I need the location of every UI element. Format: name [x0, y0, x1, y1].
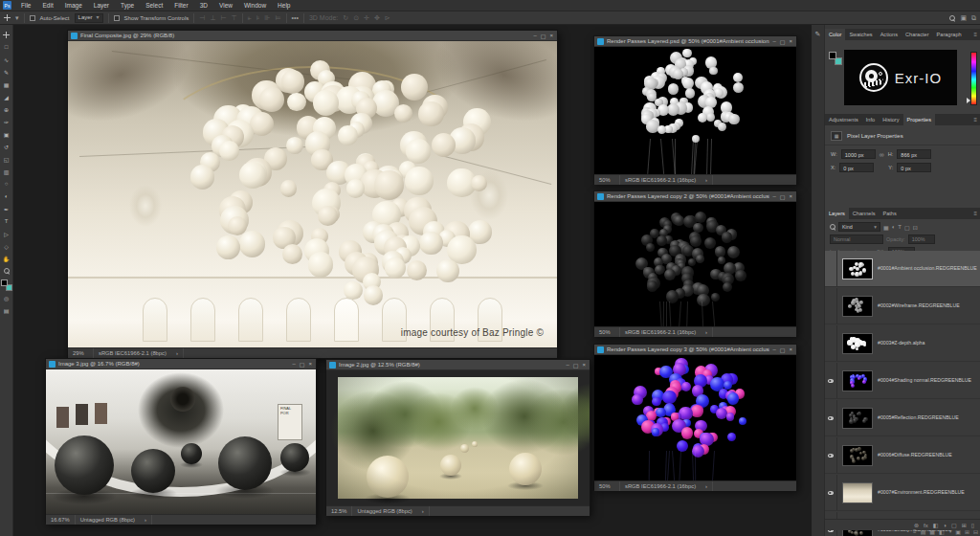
final-composite-titlebar[interactable]: Final Composite.jpg @ 29% (RGB/8) – ▢ × [68, 31, 557, 41]
shape-tool[interactable]: ◇ [1, 240, 12, 252]
delete-layer-icon[interactable]: ▯ [971, 522, 974, 528]
marquee-tool[interactable]: □ [1, 41, 12, 53]
layer-row[interactable]: #0007#Environment.REDGREENBLUE [825, 475, 980, 511]
pen-tool[interactable]: ✒ [1, 203, 12, 214]
layer-visibility-toggle[interactable] [825, 363, 837, 398]
close-button[interactable]: × [308, 361, 312, 368]
x-field[interactable]: 0 px [839, 163, 874, 172]
tab-character[interactable]: Character [902, 29, 933, 40]
tab-adjustments[interactable]: Adjustments [825, 114, 862, 125]
3d-pan-icon[interactable]: ✛ [364, 13, 369, 23]
auto-select-checkbox[interactable] [30, 15, 35, 21]
zoom-level-field[interactable]: 50% [594, 483, 619, 489]
footer-icon[interactable]: ◑ [948, 528, 952, 535]
menu-filter[interactable]: Filter [169, 0, 192, 11]
panel-menu-icon[interactable]: ≡ [973, 208, 980, 219]
minimize-button[interactable]: – [772, 38, 775, 45]
new-adjustment-icon[interactable]: ◑ [943, 523, 947, 528]
layer-thumbnail[interactable] [842, 408, 873, 429]
document-profile-box[interactable]: Untagged RGB (8bpc) › [351, 506, 429, 516]
gradient-tool[interactable]: ▥ [1, 166, 12, 177]
3d-orbit-icon[interactable]: ↻ [343, 13, 348, 23]
render-passes-2-canvas[interactable] [594, 202, 796, 326]
filter-pixel-icon[interactable]: ▦ [883, 224, 889, 231]
layer-thumbnail[interactable] [842, 482, 873, 503]
tab-layers[interactable]: Layers [825, 208, 849, 219]
minimize-button[interactable]: – [292, 361, 295, 368]
align-to-selection-icon[interactable]: ⊨ [275, 13, 280, 23]
eyedropper-panel-icon[interactable]: ✎ [815, 31, 821, 536]
panel-menu-icon[interactable]: ≡ [973, 114, 980, 125]
layer-visibility-toggle[interactable] [825, 251, 837, 286]
layer-filter-dropdown[interactable]: Kind ▾ [838, 222, 880, 232]
add-mask-icon[interactable]: ◧ [933, 522, 939, 528]
close-button[interactable]: × [582, 362, 586, 368]
brush-tool[interactable]: ✑ [1, 116, 12, 127]
new-layer-icon[interactable]: ⊞ [962, 522, 967, 528]
document-profile-box[interactable]: sRGB IEC61966-2.1 (16bpc) › [619, 327, 713, 337]
layer-thumbnail[interactable] [842, 296, 873, 317]
document-profile-box[interactable]: sRGB IEC61966-2.1 (16bpc) › [619, 175, 713, 185]
close-button[interactable]: × [789, 193, 792, 200]
tab-paths[interactable]: Paths [879, 208, 900, 219]
y-field[interactable]: 0 px [897, 163, 931, 172]
render-passes-3-canvas[interactable] [594, 355, 796, 480]
menu-help[interactable]: Help [273, 0, 295, 11]
hand-tool[interactable]: ✋ [1, 253, 12, 264]
tool-preset-chevron-icon[interactable]: ▾ [15, 13, 19, 23]
document-profile-box[interactable]: Untagged RGB (8bpc) › [75, 515, 152, 525]
opacity-field[interactable]: 100% [908, 234, 935, 244]
layer-row[interactable]: #0001#Ambient occlusion.REDGREENBLUE [825, 251, 980, 287]
layer-row[interactable]: #0006#Diffuse.REDGREENBLUE [825, 437, 980, 474]
layer-row[interactable]: #0004#Shading normal.REDGREENBLUE [825, 363, 980, 399]
render-passes-1-titlebar[interactable]: Render Passes Layered.psd @ 50% (#0001#A… [594, 36, 796, 47]
maximize-button[interactable]: ▢ [780, 38, 786, 45]
width-field[interactable]: 1000 px [841, 149, 876, 159]
foreground-color-swatch[interactable] [1, 279, 8, 286]
maximize-button[interactable]: ▢ [573, 362, 579, 368]
distribute-h-icon[interactable]: ⊧ [256, 13, 260, 23]
minimize-button[interactable]: – [533, 33, 536, 39]
healing-brush-tool[interactable]: ⊕ [1, 103, 12, 115]
render-passes-1-canvas[interactable] [594, 47, 796, 174]
tab-info[interactable]: Info [862, 114, 879, 125]
image-2-titlebar[interactable]: Image 2.jpg @ 12.5% (RGB/8#) – ▢ × [326, 360, 590, 370]
tab-actions[interactable]: Actions [877, 29, 902, 40]
footer-icon[interactable]: ▣ [955, 528, 961, 535]
render-passes-3-titlebar[interactable]: Render Passes Layered copy 3 @ 50% (#000… [594, 345, 796, 355]
zoom-tool[interactable] [1, 265, 12, 277]
foreground-color-swatch[interactable] [829, 52, 836, 59]
minimize-button[interactable]: – [772, 346, 775, 353]
filter-shape-icon[interactable]: ▢ [904, 224, 910, 231]
minimize-button[interactable]: – [566, 362, 568, 368]
blur-tool[interactable]: ○ [1, 178, 12, 190]
link-dimensions-icon[interactable]: ∞ [880, 151, 884, 158]
layer-visibility-toggle[interactable] [825, 325, 837, 361]
menu-view[interactable]: View [214, 0, 237, 11]
menu-type[interactable]: Type [116, 0, 139, 11]
footer-icon[interactable]: ⊞ [965, 528, 969, 535]
type-tool[interactable]: T [1, 215, 12, 227]
height-field[interactable]: 866 px [897, 149, 931, 159]
align-right-edges-icon[interactable]: ⊢ [221, 13, 227, 23]
footer-icon[interactable]: ⊟ [973, 528, 978, 535]
new-group-icon[interactable]: ▢ [951, 522, 957, 528]
3d-slide-icon[interactable]: ✥ [374, 13, 380, 23]
distribute-v-icon[interactable]: ⫦ [248, 13, 252, 23]
maximize-button[interactable]: ▢ [780, 193, 786, 200]
link-layers-icon[interactable]: ⊛ [914, 522, 919, 528]
path-selection-tool[interactable]: ▷ [1, 228, 12, 239]
dodge-tool[interactable]: ◐ [1, 190, 12, 202]
color-spectrum-ramp[interactable] [970, 52, 977, 105]
panel-fgbg-swatches[interactable] [829, 52, 842, 65]
footer-icon[interactable]: ▦ [929, 528, 935, 535]
document-profile-box[interactable]: sRGB IEC61966-2.1 (8bpc) › [93, 348, 184, 358]
options-more-icon[interactable]: ••• [292, 13, 299, 23]
menu-window[interactable]: Window [239, 0, 271, 11]
tab-channels[interactable]: Channels [849, 208, 880, 219]
share-image-icon[interactable]: ⧉ [971, 13, 976, 23]
menu-3d[interactable]: 3D [195, 0, 212, 11]
menu-layer[interactable]: Layer [89, 0, 114, 11]
menu-select[interactable]: Select [141, 0, 167, 11]
blend-mode-dropdown[interactable]: Normal [830, 234, 883, 244]
